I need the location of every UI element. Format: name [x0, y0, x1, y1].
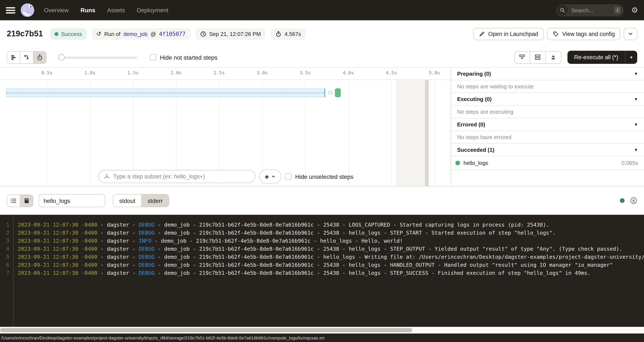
- step-duration: 0.065s: [622, 160, 638, 166]
- tag-icon: [552, 31, 559, 37]
- slider-knob[interactable]: [58, 54, 65, 60]
- gantt-vertical-scrollbar[interactable]: [425, 80, 429, 186]
- run-id-title: 219c7b51: [7, 29, 43, 38]
- run-of-pill: ↺ Run of demo_job @ 4f105077: [92, 28, 190, 40]
- run-of-label: Run of: [104, 31, 120, 37]
- stdout-stderr-tabs: stdout stderr: [113, 194, 169, 207]
- step-marker-circle[interactable]: [328, 91, 332, 95]
- job-link[interactable]: demo_job: [124, 31, 148, 37]
- panel-down-icon: [518, 54, 526, 61]
- nav-item-runs[interactable]: Runs: [80, 7, 95, 14]
- panel-layout-group: [514, 51, 561, 64]
- section-succeeded-header[interactable]: Succeeded (1) ▼: [451, 144, 644, 156]
- log-filter-input[interactable]: hello_logs: [38, 194, 105, 207]
- section-title: Succeeded (1): [457, 147, 494, 153]
- reexecute-dropdown-chevron-icon[interactable]: ▾: [626, 51, 637, 64]
- event-list-view-button[interactable]: [7, 195, 20, 206]
- axis-tick-label: 2.0s: [170, 70, 182, 76]
- hide-unselected-checkbox[interactable]: [285, 173, 291, 180]
- duration-pill: 4.567s: [270, 28, 306, 40]
- log-capture-status-dot: [620, 198, 624, 203]
- axis-tick-label: 4.0s: [343, 70, 354, 76]
- caret-down-icon: ▼: [634, 97, 638, 102]
- timed-view-button[interactable]: [33, 51, 46, 63]
- section-preparing-header[interactable]: Preparing (0) ▼: [451, 68, 644, 80]
- horizontal-scrollbar-thumb[interactable]: [0, 328, 412, 332]
- raw-log-view-button[interactable]: [20, 195, 33, 206]
- succeeded-step-row[interactable]: hello_logs 0.065s: [451, 156, 644, 170]
- layers-icon: ◈: [265, 174, 269, 179]
- gantt-chart-body: Type a step subset (ex: hello_logs+) ◈ H…: [0, 80, 451, 186]
- clock-icon: [200, 31, 206, 37]
- step-subset-input[interactable]: Type a step subset (ex: hello_logs+): [98, 170, 256, 183]
- hide-unselected-label: Hide unselected steps: [295, 173, 354, 180]
- section-executing-header[interactable]: Executing (0) ▼: [451, 93, 644, 106]
- op-selector-icon: [104, 173, 110, 180]
- console-view-icon: [23, 197, 30, 204]
- reexecute-all-button[interactable]: Re-execute all (*) ▾: [567, 51, 637, 64]
- slider-track: [58, 56, 137, 58]
- horizontal-scrollbar[interactable]: [0, 327, 644, 334]
- stopwatch-icon: [275, 31, 282, 37]
- graph-query-toggle-button[interactable]: ◈: [259, 170, 281, 184]
- waterfall-view-button[interactable]: [20, 51, 33, 63]
- tab-stderr[interactable]: stderr: [141, 194, 169, 207]
- commit-link[interactable]: 4f105077: [159, 31, 186, 37]
- gantt-axis: 0.5s1.0s1.5s2.0s2.5s3.0s3.5s4.0s4.5s5.0s: [0, 68, 451, 80]
- hide-not-started-checkbox[interactable]: [150, 54, 156, 60]
- gridline: [391, 80, 392, 186]
- download-log-icon[interactable]: [630, 197, 637, 204]
- axis-tick-label: 0.5s: [41, 70, 52, 76]
- header-more-dropdown-button[interactable]: [624, 28, 637, 40]
- step-waiting-bar[interactable]: [6, 88, 325, 97]
- open-in-launchpad-button[interactable]: Open in Launchpad: [473, 28, 544, 40]
- menu-icon[interactable]: [6, 7, 15, 13]
- caret-down-icon: ▼: [634, 72, 638, 76]
- run-timestamp: Sep 21, 12:07:26 PM: [209, 31, 261, 37]
- split-panels-button[interactable]: [530, 51, 545, 63]
- section-executing-empty: No steps are executing: [451, 106, 644, 118]
- log-view-mode-group: [7, 194, 34, 207]
- log-line: 52023-09-21 12:07:30 -0400 - dagster - D…: [0, 253, 644, 261]
- nav-item-deployment[interactable]: Deployment: [137, 7, 168, 14]
- split-panels-icon: [534, 54, 541, 61]
- status-label: Success: [61, 31, 82, 37]
- gantt-toolbar: Hide not started steps Re-execute all (*…: [0, 47, 644, 68]
- hide-not-started-checkbox-row[interactable]: Hide not started steps: [150, 54, 217, 61]
- panel-up-icon: [550, 54, 557, 61]
- search-icon: [557, 5, 568, 16]
- pencil-icon: [479, 31, 485, 37]
- chevron-up-icon: [271, 174, 276, 179]
- flat-view-button[interactable]: [7, 51, 20, 63]
- log-line: 62023-09-21 12:07:30 -0400 - dagster - D…: [0, 261, 644, 269]
- status-badge: Success: [50, 28, 86, 40]
- settings-gear-icon[interactable]: ⚙: [631, 6, 638, 14]
- log-line: 12023-09-21 12:07:30 -0400 - dagster - D…: [0, 221, 644, 229]
- view-tags-config-label: View tags and config: [562, 31, 615, 37]
- log-line: 72023-09-21 12:07:30 -0400 - dagster - D…: [0, 269, 644, 277]
- expand-top-panel-button[interactable]: [545, 51, 561, 63]
- gantt-zoom-slider[interactable]: [58, 54, 137, 61]
- axis-tick-label: 4.5s: [386, 70, 397, 76]
- log-line: 22023-09-21 12:07:30 -0400 - dagster - D…: [0, 229, 644, 237]
- nav-item-assets[interactable]: Assets: [107, 7, 125, 14]
- log-path-statusbar: /Users/erincochran/Desktop/dagster-examp…: [0, 334, 644, 342]
- section-errored-header[interactable]: Errored (0) ▼: [451, 118, 644, 131]
- gantt-view-mode-group: [7, 51, 46, 64]
- step-success-bar[interactable]: [335, 88, 341, 97]
- dagster-logo[interactable]: [20, 3, 35, 17]
- waterfall-view-icon: [23, 54, 30, 61]
- expand-bottom-panel-button[interactable]: [514, 51, 530, 63]
- search-input[interactable]: Search... /: [556, 4, 624, 16]
- nav-links: Overview Runs Assets Deployment: [44, 7, 168, 14]
- flat-view-icon: [10, 54, 17, 61]
- step-subset-placeholder: Type a step subset (ex: hello_logs+): [113, 173, 205, 180]
- log-output-panel: 12023-09-21 12:07:30 -0400 - dagster - D…: [0, 215, 644, 327]
- tab-stdout[interactable]: stdout: [113, 194, 141, 207]
- hide-unselected-checkbox-row[interactable]: Hide unselected steps: [285, 173, 354, 180]
- stopwatch-view-icon: [36, 54, 43, 61]
- nav-item-overview[interactable]: Overview: [44, 7, 69, 14]
- axis-tick-label: 3.0s: [257, 70, 268, 76]
- run-duration: 4.567s: [284, 31, 301, 37]
- view-tags-config-button[interactable]: View tags and config: [547, 28, 620, 40]
